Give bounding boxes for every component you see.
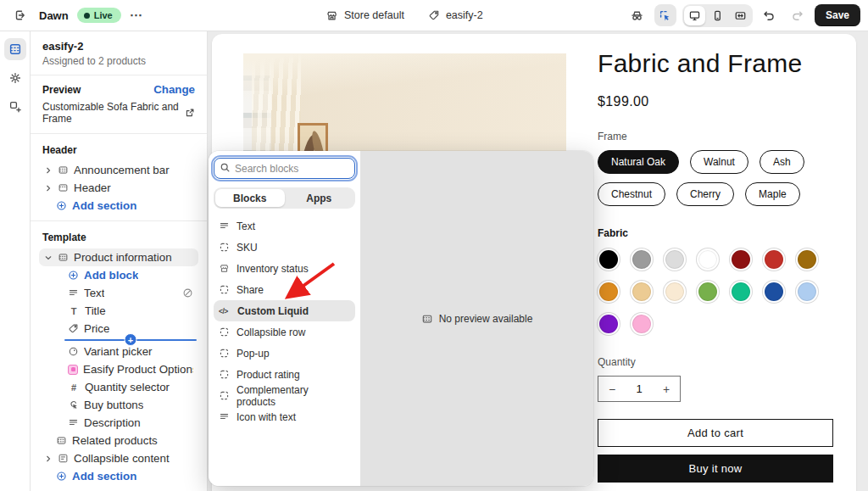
editor-rail: [0, 31, 31, 491]
rail-app-embeds-button[interactable]: [4, 96, 26, 118]
frame-option-maple[interactable]: Maple: [745, 182, 800, 206]
block-item-price[interactable]: Price: [39, 320, 198, 338]
popup-item-complementary-products[interactable]: Complementary products: [214, 385, 355, 406]
fabric-swatches: [598, 248, 820, 335]
fabric-swatch-0[interactable]: [598, 248, 620, 271]
fabric-swatch-12[interactable]: [763, 281, 785, 303]
block-dashed-icon: [219, 326, 230, 338]
fabric-swatch-3[interactable]: [697, 248, 719, 271]
fabric-swatch-13[interactable]: [796, 281, 818, 303]
frame-option-walnut[interactable]: Walnut: [690, 150, 748, 174]
fabric-swatch-2[interactable]: [664, 248, 686, 271]
frame-option-chestnut[interactable]: Chestnut: [598, 182, 665, 206]
section-icon: [421, 313, 433, 325]
tab-blocks[interactable]: Blocks: [215, 189, 285, 207]
store-default-selector[interactable]: Store default: [326, 9, 404, 22]
theme-more-menu-button[interactable]: ⋯: [130, 8, 143, 23]
plus-circle-icon: [56, 471, 67, 482]
search-icon: [220, 162, 231, 173]
fullscreen-preview-button[interactable]: [730, 6, 751, 25]
add-to-cart-button[interactable]: Add to cart: [598, 419, 833, 447]
sidebar-item-related-products[interactable]: Related products: [39, 432, 198, 449]
popup-item-text[interactable]: Text: [214, 215, 355, 237]
fabric-swatch-15[interactable]: [631, 313, 653, 335]
block-item-text[interactable]: Text: [39, 284, 198, 302]
sidebar-item-collapsible-content[interactable]: Collapsible content: [39, 449, 198, 467]
buy-it-now-button[interactable]: Buy it now: [598, 455, 833, 483]
mobile-preview-button[interactable]: [707, 6, 728, 25]
text-lines-icon: [68, 417, 79, 428]
sidebar-item-header[interactable]: Header: [39, 179, 198, 197]
preview-page-name: Customizable Sofa Fabric and Frame: [42, 101, 181, 125]
hidden-eye-icon: [182, 287, 193, 299]
fabric-swatch-10[interactable]: [697, 281, 719, 303]
fabric-swatch-8[interactable]: [631, 281, 653, 303]
fabric-swatch-7[interactable]: [598, 281, 620, 303]
block-list: Text SKU Inventory status Share </> Cust…: [214, 215, 355, 427]
popup-item-sku[interactable]: SKU: [214, 237, 355, 258]
sidebar-item-announcement-bar[interactable]: Announcement bar: [39, 161, 198, 179]
quantity-label: Quantity: [598, 356, 833, 368]
device-preview-group: [682, 4, 753, 27]
group-label-template: Template: [39, 227, 198, 248]
block-item-buy-buttons[interactable]: Buy buttons: [39, 396, 198, 414]
fabric-swatch-11[interactable]: [730, 281, 752, 303]
sidebar-item-product-information[interactable]: Product information: [39, 248, 198, 266]
storefront-icon: [219, 263, 230, 274]
add-block-button[interactable]: Add block: [39, 266, 198, 284]
undo-icon: [763, 9, 776, 22]
chevron-right-icon: [44, 455, 53, 463]
sections-icon: [8, 42, 22, 56]
block-item-easify-product-options[interactable]: Easify Product Options: [39, 360, 198, 378]
insertion-plus-icon[interactable]: +: [125, 333, 137, 346]
rail-sections-button[interactable]: [4, 38, 26, 60]
block-preview-pane: No preview available: [360, 151, 593, 486]
quantity-value: 1: [626, 382, 653, 395]
template-selector[interactable]: easify-2: [428, 9, 483, 21]
fabric-swatch-4[interactable]: [730, 248, 752, 271]
redo-button[interactable]: [787, 4, 809, 26]
fabric-swatch-6[interactable]: [796, 248, 818, 271]
group-label-header: Header: [39, 140, 198, 161]
block-item-title[interactable]: T Title: [39, 302, 198, 320]
frame-option-ash[interactable]: Ash: [760, 150, 804, 174]
rail-theme-settings-button[interactable]: [4, 67, 26, 89]
popup-item-collapsible-row[interactable]: Collapsible row: [214, 321, 355, 343]
section-icon: [58, 252, 69, 263]
save-button[interactable]: Save: [815, 4, 860, 26]
add-section-template-button[interactable]: Add section: [39, 467, 198, 485]
gear-icon: [8, 71, 22, 85]
fabric-swatch-9[interactable]: [664, 281, 686, 303]
block-item-description[interactable]: Description: [39, 414, 198, 432]
popup-item-product-rating[interactable]: Product rating: [214, 364, 355, 385]
desktop-preview-button[interactable]: [684, 6, 705, 25]
preview-incognito-button[interactable]: [626, 4, 648, 26]
sections-sidebar: easify-2 Assigned to 2 products Preview …: [31, 31, 208, 491]
chevron-right-icon: [44, 166, 53, 175]
inspector-toggle-button[interactable]: [654, 4, 676, 26]
block-item-quantity-selector[interactable]: # Quantity selector: [39, 378, 198, 396]
exit-editor-button[interactable]: [8, 4, 31, 26]
change-preview-link[interactable]: Change: [153, 83, 195, 96]
plus-circle-icon: [56, 200, 67, 211]
quantity-increase-button[interactable]: +: [653, 382, 680, 396]
frame-options: Natural OakWalnutAshChestnutCherryMaple: [598, 150, 833, 206]
block-item-variant-picker[interactable]: Variant picker: [39, 343, 198, 360]
quantity-decrease-button[interactable]: −: [598, 382, 626, 396]
search-blocks-input[interactable]: [214, 158, 355, 179]
frame-option-label: Frame: [598, 131, 833, 142]
divider: [31, 220, 207, 221]
inspector-icon: [659, 9, 671, 22]
popup-item-pop-up[interactable]: Pop-up: [214, 343, 355, 364]
frame-option-natural-oak[interactable]: Natural Oak: [598, 150, 679, 174]
fabric-swatch-14[interactable]: [598, 313, 620, 335]
fabric-swatch-1[interactable]: [631, 248, 653, 271]
fabric-swatch-5[interactable]: [763, 248, 785, 271]
add-section-header-button[interactable]: Add section: [39, 197, 198, 215]
popup-item-icon-with-text[interactable]: Icon with text: [214, 406, 355, 427]
open-preview-page-button[interactable]: [185, 108, 195, 118]
easify-app-icon: [68, 365, 78, 375]
frame-option-cherry[interactable]: Cherry: [676, 182, 734, 206]
undo-button[interactable]: [759, 4, 781, 26]
tab-apps[interactable]: Apps: [285, 189, 354, 207]
